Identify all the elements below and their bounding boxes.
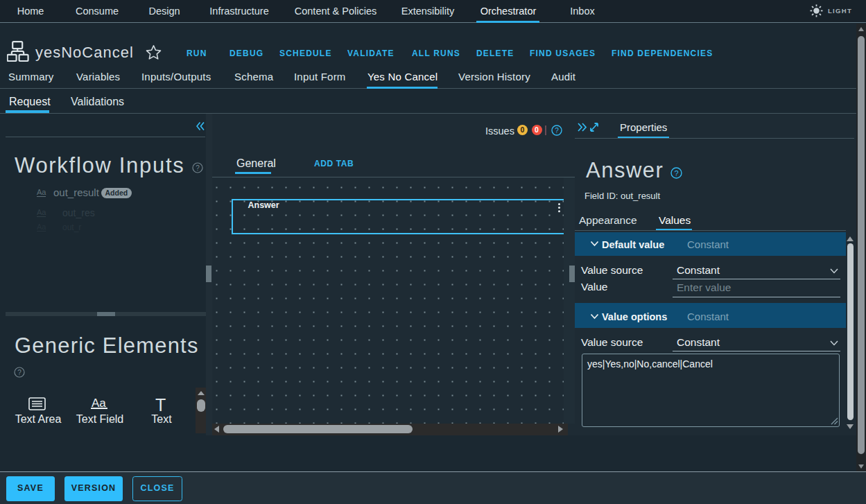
svg-text:?: ?	[196, 164, 200, 172]
svg-text:?: ?	[555, 127, 559, 134]
svg-text:?: ?	[674, 169, 678, 177]
svg-text:?: ?	[17, 369, 21, 376]
